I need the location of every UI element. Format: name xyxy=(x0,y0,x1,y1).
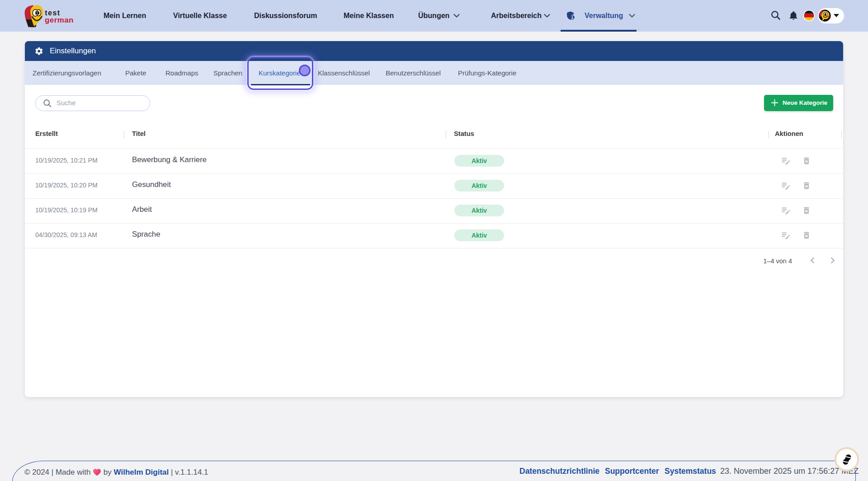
svg-text:german: german xyxy=(45,16,74,24)
